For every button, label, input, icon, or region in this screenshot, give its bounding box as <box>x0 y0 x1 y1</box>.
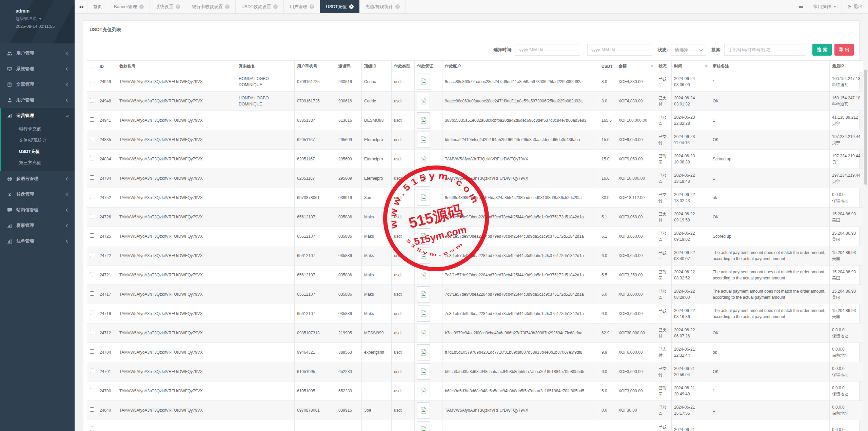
cell-usdt: 16.6 <box>599 169 616 188</box>
sidebar-item-多语言管理[interactable]: 多语言管理 <box>0 171 75 187</box>
row-checkbox[interactable] <box>90 156 94 160</box>
logout-button[interactable]: 退出 <box>842 0 868 13</box>
payment-proof-image[interactable] <box>417 132 430 148</box>
row-checkbox[interactable] <box>90 330 94 334</box>
sort-arrows-icon[interactable] <box>651 64 653 68</box>
payment-proof-image[interactable] <box>417 112 430 129</box>
sidebar-subitem-银行卡充值[interactable]: 银行卡充值 <box>1 123 75 135</box>
tabs-scroll-left-icon[interactable]: ◀◀ <box>75 0 87 13</box>
row-checkbox-cell <box>87 72 97 92</box>
vertical-scrollbar[interactable] <box>863 14 868 431</box>
sidebar-item-用户管理[interactable]: 用户管理 <box>0 92 75 108</box>
column-header-时间[interactable]: 时间 <box>672 61 710 72</box>
cell-id: 24752 <box>97 188 117 208</box>
row-checkbox[interactable] <box>90 349 94 354</box>
tab-USDT充值[interactable]: USDT充值× <box>320 0 359 13</box>
payment-proof-image[interactable] <box>417 402 430 418</box>
column-header-金额[interactable]: 金额 <box>616 61 656 72</box>
row-checkbox[interactable] <box>90 388 94 392</box>
row-checkbox[interactable] <box>90 291 94 296</box>
payment-proof-image[interactable] <box>417 267 430 283</box>
status-badge: 已支付 <box>658 134 667 146</box>
row-checkbox[interactable] <box>90 253 94 257</box>
tab-close-icon[interactable]: × <box>225 4 230 9</box>
row-checkbox[interactable] <box>90 175 94 180</box>
payment-proof-image[interactable] <box>417 228 430 244</box>
scrollbar-thumb[interactable] <box>864 70 867 185</box>
payment-proof-image[interactable] <box>417 170 430 187</box>
payment-proof-image[interactable] <box>417 151 430 167</box>
sidebar-item-用户管理[interactable]: 用户管理 <box>0 45 75 61</box>
tab-用户管理[interactable]: 用户管理× <box>284 0 320 13</box>
date-to-input[interactable] <box>587 44 652 56</box>
tab-银行卡收款设置[interactable]: 银行卡收款设置× <box>186 0 236 13</box>
tab-充值/提现统计[interactable]: 充值/提现统计× <box>360 0 406 13</box>
row-checkbox[interactable] <box>90 214 94 218</box>
row-checkbox[interactable] <box>90 98 94 102</box>
sort-arrows-icon[interactable] <box>705 64 708 68</box>
row-checkbox[interactable] <box>90 233 94 238</box>
status-select[interactable]: 请选择 <box>671 44 706 56</box>
row-checkbox[interactable] <box>90 137 94 141</box>
table-row: 24701TAMVW5AfyoA3nT3QzkifVRFUrDWFQy79VX6… <box>87 362 868 381</box>
row-checkbox[interactable] <box>90 272 94 276</box>
date-from-input[interactable] <box>515 44 580 56</box>
cell-status: 已驳回 <box>656 381 672 401</box>
cell-id: 24941 <box>97 111 117 130</box>
payment-proof-image[interactable] <box>417 383 430 399</box>
user-role-menu[interactable]: 超级管理员 <box>16 16 75 22</box>
payment-proof-image[interactable] <box>417 286 430 302</box>
row-checkbox[interactable] <box>90 79 94 83</box>
tab-close-icon[interactable]: × <box>349 4 354 9</box>
tab-系统设置[interactable]: 系统设置× <box>150 0 186 13</box>
sidebar-item-注单管理[interactable]: 注单管理 <box>0 233 75 249</box>
tab-close-icon[interactable]: × <box>176 4 180 9</box>
tab-close-icon[interactable]: × <box>273 4 278 9</box>
payment-proof-image[interactable] <box>417 306 430 322</box>
date-filter-label: 选择时间: <box>493 47 512 53</box>
row-checkbox[interactable] <box>90 427 94 431</box>
payment-proof-image[interactable] <box>417 209 430 225</box>
quick-actions-menu[interactable]: 常用操作 <box>808 0 842 13</box>
sidebar-item-系统管理[interactable]: 系统管理 <box>0 61 75 77</box>
sidebar-item-转盘管理[interactable]: ¥转盘管理 <box>0 187 75 202</box>
payment-proof-image[interactable] <box>417 190 430 206</box>
tab-USDT收款设置[interactable]: USDT收款设置× <box>236 0 284 13</box>
search-button[interactable]: 搜 索 <box>812 44 832 56</box>
row-checkbox[interactable] <box>90 407 94 412</box>
sidebar-subitem-充值/提现统计[interactable]: 充值/提现统计 <box>1 135 75 146</box>
row-checkbox-cell <box>87 150 97 169</box>
row-checkbox[interactable] <box>90 369 94 373</box>
username: admin <box>16 8 75 14</box>
cell-phone: 63851337 <box>295 111 336 130</box>
payment-proof-image[interactable] <box>417 248 430 264</box>
status-badge: 已驳回 <box>658 404 667 416</box>
sidebar-subitem-USDT充值[interactable]: USDT充值 <box>1 146 75 157</box>
search-input[interactable] <box>724 44 806 56</box>
sidebar-item-赛事管理[interactable]: 赛事管理 <box>0 218 75 233</box>
select-all-checkbox[interactable] <box>90 64 94 68</box>
cell-remark: 1 <box>710 401 830 420</box>
sidebar-item-文章管理[interactable]: 文章管理 <box>0 77 75 92</box>
sidebar-item-运营管理[interactable]: 运营管理 <box>1 108 75 123</box>
tab-close-icon[interactable]: × <box>310 4 314 9</box>
payment-proof-image[interactable] <box>417 93 430 109</box>
row-checkbox[interactable] <box>90 311 94 315</box>
tab-close-icon[interactable]: × <box>139 4 144 9</box>
sidebar-subitem-第三方充值[interactable]: 第三方充值 <box>1 157 75 168</box>
tab-Banner管理[interactable]: Banner管理× <box>108 0 150 13</box>
row-checkbox-cell <box>87 401 97 420</box>
sidebar-item-站内信管理[interactable]: 站内信管理 <box>0 202 75 218</box>
tabs-scroll-right-icon[interactable]: ▶▶ <box>795 0 808 13</box>
export-button[interactable]: 导 出 <box>834 44 854 56</box>
tab-close-icon[interactable]: × <box>395 4 400 9</box>
payment-proof-image[interactable] <box>417 422 430 431</box>
payment-proof-image[interactable] <box>417 344 430 360</box>
cell-id: 24726 <box>97 208 117 227</box>
payment-proof-image[interactable] <box>417 74 430 90</box>
payment-proof-image[interactable] <box>417 325 430 341</box>
tab-首页[interactable]: 首页 <box>87 0 108 13</box>
row-checkbox[interactable] <box>90 117 94 122</box>
payment-proof-image[interactable] <box>417 364 430 380</box>
row-checkbox[interactable] <box>90 195 94 199</box>
